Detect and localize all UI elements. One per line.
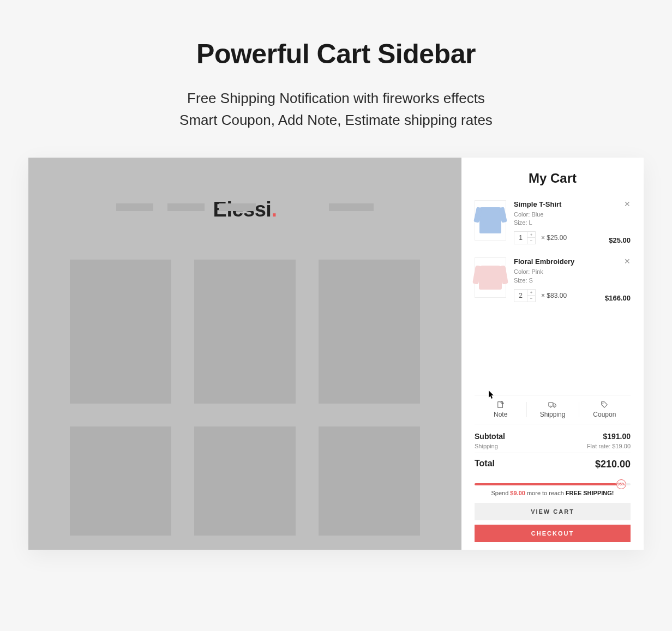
product-tile-placeholder [194,260,296,404]
cart-item: Floral Embroidery Color: Pink Size: S 2 … [475,257,631,302]
qty-increase-button[interactable]: + [527,290,535,296]
remove-item-button[interactable]: ✕ [624,200,631,208]
qty-increase-button[interactable]: + [527,232,535,238]
truck-icon [548,401,557,408]
note-button[interactable]: Note [475,395,526,424]
hero-subtitle: Free Shipping Notification with firework… [0,87,672,131]
item-name[interactable]: Simple T-Shirt [514,200,631,208]
cart-title: My Cart [461,171,644,186]
product-tile-placeholder [70,426,171,536]
shirt-icon [479,207,501,233]
item-unit-price: × $25.00 [541,234,567,242]
product-grid-placeholder [28,221,461,536]
item-name[interactable]: Floral Embroidery [514,257,631,266]
product-tile-placeholder [319,260,420,404]
qty-decrease-button[interactable]: − [527,238,535,244]
item-thumbnail[interactable] [475,257,506,298]
cart-actions-row: Note Shipping Coupon [475,395,631,424]
nav-item-placeholder [329,203,374,211]
site-background: Elessi. [28,158,461,550]
jacket-icon [479,266,502,290]
hero-title: Powerful Cart Sidebar [0,38,672,70]
progress-percent-badge: 95% [616,479,626,489]
nav-item-placeholder [116,203,153,211]
cart-items-list: Simple T-Shirt Color: Blue Size: L 1 + −… [461,200,644,395]
note-icon [496,401,505,408]
nav-item-placeholder [167,203,205,211]
nav-item-placeholder [219,203,256,211]
product-tile-placeholder [319,426,420,536]
shipping-button[interactable]: Shipping [526,395,578,424]
svg-rect-0 [497,401,502,407]
total-row: Total $210.00 [475,453,631,470]
cart-item: Simple T-Shirt Color: Blue Size: L 1 + −… [475,200,631,245]
svg-point-2 [550,406,551,407]
free-shipping-progress: 95% [475,483,631,485]
svg-point-4 [603,402,604,404]
mockup-frame: Elessi. My Cart Simple T-Shirt Color: Bl… [28,158,644,550]
remove-item-button[interactable]: ✕ [624,257,631,265]
checkout-button[interactable]: CHECKOUT [475,525,631,542]
cart-sidebar: My Cart Simple T-Shirt Color: Blue Size:… [461,158,644,550]
coupon-button[interactable]: Coupon [579,395,631,424]
shipping-row: Shipping Flat rate: $19.00 [475,443,631,449]
qty-value: 2 [514,290,527,302]
svg-point-3 [554,406,555,407]
tag-icon [600,401,609,408]
free-shipping-message: Spend $9.00 more to reach FREE SHIPPING! [475,490,631,496]
nav-placeholder [28,203,461,211]
subtotal-row: Subtotal $191.00 [475,432,631,441]
product-tile-placeholder [194,426,296,536]
product-tile-placeholder [70,260,171,404]
item-line-total: $25.00 [609,236,631,244]
cart-footer: Note Shipping Coupon Subtotal $191.00 Sh… [461,395,644,550]
view-cart-button[interactable]: VIEW CART [475,503,631,520]
qty-value: 1 [514,232,527,244]
qty-decrease-button[interactable]: − [527,296,535,302]
hero-section: Powerful Cart Sidebar Free Shipping Noti… [0,0,672,131]
qty-stepper[interactable]: 1 + − [514,231,536,244]
svg-rect-1 [549,402,553,406]
item-color: Color: Blue [514,211,631,219]
item-thumbnail[interactable] [475,200,506,241]
item-unit-price: × $83.00 [541,292,567,299]
item-line-total: $166.00 [605,294,631,302]
qty-stepper[interactable]: 2 + − [514,289,536,302]
item-color: Color: Pink [514,268,631,276]
cart-totals: Subtotal $191.00 Shipping Flat rate: $19… [475,424,631,478]
progress-fill [475,483,616,485]
item-size: Size: S [514,277,631,285]
item-size: Size: L [514,219,631,227]
